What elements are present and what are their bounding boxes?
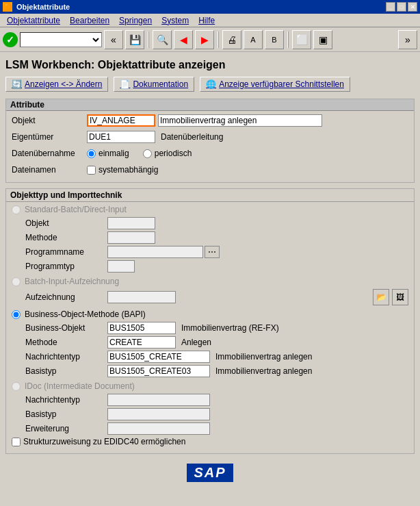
objekttyp-header: Objekttyp und Importtechnik <box>6 189 414 202</box>
bapi-radio[interactable] <box>12 310 21 319</box>
dateinamen-row: Dateinamen systemabhängig <box>12 163 408 177</box>
datenubernahme-radios: einmalig periodisch <box>87 149 192 158</box>
menu-system[interactable]: System <box>157 14 193 27</box>
bapi-basistyp-label: Basistyp <box>25 366 107 376</box>
attribute-section: Attribute Objekt Eigentümer Datenüberlei… <box>5 99 415 183</box>
edidc40-checkbox[interactable] <box>12 438 21 446</box>
minimize-button[interactable]: _ <box>386 2 395 12</box>
datenubernahme-row: Datenübernahme einmalig periodisch <box>12 147 408 160</box>
periodisch-radio-label[interactable]: periodisch <box>143 149 192 158</box>
standard-batch-label: Standard-Batch/Direct-Input <box>12 205 408 214</box>
einmalig-radio[interactable] <box>87 149 96 158</box>
systemabh-checkbox-label[interactable]: systemabhängig <box>87 165 158 175</box>
edidc40-checkbox-label[interactable]: Strukturzuweisung zu EDIDC40 ermöglichen <box>12 437 185 446</box>
toolbar-combo[interactable] <box>20 32 102 47</box>
action-bar: 🔄 Anzeigen <-> Ändern 📄 Dokumentation 🌐 … <box>5 77 415 92</box>
menu-objektattribute[interactable]: Objektattribute <box>3 14 64 27</box>
menu-hilfe[interactable]: Hilfe <box>194 14 219 27</box>
bapi-bizobjekt-desc: Immobilienvertrag (RE-FX) <box>181 323 279 333</box>
idoc-radio[interactable] <box>12 382 21 391</box>
window-controls[interactable]: _ □ ✕ <box>386 2 417 12</box>
systemabh-label: systemabhängig <box>99 165 158 175</box>
separator-1 <box>148 31 149 48</box>
idoc-nachrichtentyp-label: Nachrichtentyp <box>25 395 107 405</box>
programmname-lookup-btn[interactable]: ⋯ <box>205 246 220 258</box>
idoc-erweiterung-input[interactable] <box>107 422 210 435</box>
menu-springen[interactable]: Springen <box>115 14 156 27</box>
idoc-nachrichtentyp-row: Nachrichtentyp <box>25 394 408 406</box>
bapi-basistyp-input[interactable] <box>107 365 210 377</box>
periodisch-label: periodisch <box>155 149 192 158</box>
objekt-value1[interactable] <box>87 114 155 127</box>
attribute-section-header: Attribute <box>6 99 414 111</box>
sap-logo-bar: SAP <box>5 459 415 483</box>
anzeig-verf-btn[interactable]: 🌐 Anzeige verfügbarer Schnittstellen <box>200 77 350 92</box>
expand-btn[interactable]: » <box>398 30 417 49</box>
bapi-basistyp-row: Basistyp Immobilienvertrag anlegen <box>25 365 408 377</box>
eigentuemer-value2: Datenüberleitung <box>161 132 223 142</box>
bapi-bizobjekt-row: Business-Objekt Immobilienvertrag (RE-FX… <box>25 322 408 334</box>
std-methode-input[interactable] <box>107 231 155 244</box>
objekt-label: Objekt <box>12 116 87 125</box>
idoc-checkbox-row: Strukturzuweisung zu EDIDC40 ermöglichen <box>12 437 408 446</box>
btn-b[interactable]: B <box>265 30 284 49</box>
aufzeichnung-input[interactable] <box>107 291 176 303</box>
objekttyp-section: Objekttyp und Importtechnik Standard-Bat… <box>5 188 415 454</box>
std-programmname-row: Programmname ⋯ <box>25 246 408 258</box>
bapi-label: Business-Object-Methode (BAPI) <box>12 309 408 319</box>
layout-btn1[interactable]: ⬜ <box>292 30 311 49</box>
std-methode-label: Methode <box>25 233 107 242</box>
std-programmname-input[interactable] <box>107 246 203 258</box>
nav-btn1[interactable]: ◀ <box>174 30 193 49</box>
idoc-nachrichtentyp-input[interactable] <box>107 394 210 406</box>
einmalig-radio-label[interactable]: einmalig <box>87 149 129 158</box>
status-ok-icon: ✓ <box>3 32 18 47</box>
objekt-row: Objekt <box>12 114 408 127</box>
bapi-bizobjekt-input[interactable] <box>107 322 176 334</box>
std-programmtyp-input[interactable] <box>107 260 135 273</box>
batch-input-radio[interactable] <box>12 277 21 286</box>
img-btn-1[interactable]: 📂 <box>373 289 389 305</box>
save-btn[interactable]: 💾 <box>125 30 144 49</box>
img-btn-2[interactable]: 🖼 <box>392 289 408 305</box>
nav-btn2[interactable]: ▶ <box>195 30 214 49</box>
bapi-methode-desc: Anlegen <box>181 338 211 347</box>
title-bar: 🟠 Objektattribute _ □ ✕ <box>0 0 420 14</box>
standard-batch-section: Standard-Batch/Direct-Input Objekt Metho… <box>12 205 408 273</box>
close-button[interactable]: ✕ <box>408 2 417 12</box>
bapi-nachrichtentyp-input[interactable] <box>107 351 210 363</box>
std-programmtyp-label: Programmtyp <box>25 262 107 271</box>
bapi-section: Business-Object-Methode (BAPI) Business-… <box>12 309 408 377</box>
aufzeichnung-row: Aufzeichnung 📂 🖼 <box>25 289 408 305</box>
dokumentation-btn[interactable]: 📄 Dokumentation <box>114 77 194 92</box>
anzeigen-btn[interactable]: 🔄 Anzeigen <-> Ändern <box>5 77 108 92</box>
eigentuemer-value1[interactable] <box>87 131 155 143</box>
find-btn[interactable]: 🔍 <box>153 30 172 49</box>
main-content: LSM Workbench: Objektattribute anzeigen … <box>0 52 420 506</box>
btn-a[interactable]: A <box>244 30 263 49</box>
window-title: Objektattribute <box>16 3 70 11</box>
periodisch-radio[interactable] <box>143 149 152 158</box>
idoc-basistyp-input[interactable] <box>107 408 210 420</box>
aufzeichnung-label: Aufzeichnung <box>25 292 107 302</box>
std-programmtyp-row: Programmtyp <box>25 260 408 273</box>
std-objekt-label: Objekt <box>25 218 107 228</box>
menu-bearbeiten[interactable]: Bearbeiten <box>66 14 114 27</box>
einmalig-label: einmalig <box>99 149 129 158</box>
std-programmname-label: Programmname <box>25 247 107 257</box>
standard-batch-radio[interactable] <box>12 205 21 214</box>
bapi-nachrichtentyp-row: Nachrichtentyp Immobilienvertrag anlegen <box>25 351 408 363</box>
idoc-erweiterung-label: Erweiterung <box>25 424 107 433</box>
app-icon: 🟠 <box>3 2 12 12</box>
maximize-button[interactable]: □ <box>397 2 406 12</box>
layout-btn2[interactable]: ▣ <box>313 30 332 49</box>
back-btn[interactable]: « <box>104 30 123 49</box>
systemabh-checkbox[interactable] <box>87 166 96 175</box>
std-objekt-input[interactable] <box>107 217 155 229</box>
bapi-methode-row: Methode Anlegen <box>25 336 408 349</box>
bapi-methode-input[interactable] <box>107 336 176 349</box>
attribute-section-body: Objekt Eigentümer Datenüberleitung Daten… <box>6 111 414 182</box>
objekt-value2[interactable] <box>158 114 322 127</box>
batch-input-label: Batch-Input-Aufzeichnung <box>12 277 408 286</box>
print-btn[interactable]: 🖨 <box>222 30 241 49</box>
